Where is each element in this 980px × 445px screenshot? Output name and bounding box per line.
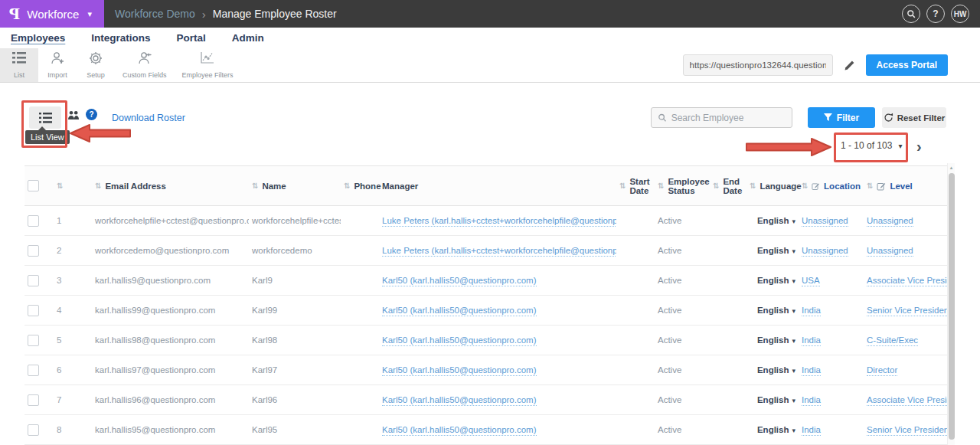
edit-url-button[interactable] bbox=[844, 60, 855, 71]
column-header-location[interactable]: Location bbox=[824, 182, 861, 191]
row-checkbox[interactable] bbox=[28, 245, 39, 257]
sort-icon[interactable]: ⇅ bbox=[252, 182, 258, 190]
next-page-button[interactable]: › bbox=[916, 139, 922, 154]
cell-email: karl.hallis99@questionpro.com bbox=[92, 296, 249, 326]
avatar[interactable]: HW bbox=[951, 5, 969, 23]
row-checkbox[interactable] bbox=[28, 394, 39, 406]
cell-level-link[interactable]: Senior Vice President/VP bbox=[867, 425, 947, 436]
breadcrumb-parent[interactable]: Workforce Demo bbox=[115, 8, 195, 20]
cell-location-link[interactable]: Unassigned bbox=[802, 216, 848, 227]
cell-manager-link[interactable]: Karl50 (karl.hallis50@questionpro.com) bbox=[382, 276, 537, 286]
cell-level-link[interactable]: Unassigned bbox=[867, 216, 913, 227]
question-mark-icon: ? bbox=[933, 8, 938, 19]
sort-icon[interactable]: ⇅ bbox=[619, 182, 626, 190]
cell-language-dropdown[interactable]: English▾ bbox=[746, 355, 799, 385]
sort-icon[interactable]: ⇅ bbox=[867, 182, 873, 190]
toolbar-item-custom-fields[interactable]: Custom Fields bbox=[115, 48, 175, 82]
column-header-phone[interactable]: Phone bbox=[354, 182, 381, 191]
cell-phone bbox=[341, 236, 379, 266]
cell-location-link[interactable]: USA bbox=[802, 276, 820, 286]
tab-employees[interactable]: Employees bbox=[11, 32, 65, 44]
sort-icon[interactable]: ⇅ bbox=[57, 182, 63, 190]
roster-help-icon[interactable]: ? bbox=[86, 109, 97, 120]
cell-location-link[interactable]: India bbox=[802, 335, 821, 346]
workforce-product-switcher[interactable]: P Workforce ▾ bbox=[0, 0, 104, 28]
column-header-language[interactable]: Language bbox=[760, 182, 801, 191]
help-button[interactable]: ? bbox=[926, 5, 945, 23]
toolbar-item-setup[interactable]: Setup bbox=[77, 48, 115, 82]
cell-location-link[interactable]: India bbox=[802, 425, 821, 436]
toolbar-item-import[interactable]: Import bbox=[38, 48, 77, 82]
portal-url-input[interactable] bbox=[683, 54, 833, 76]
column-header-manager[interactable]: Manager bbox=[382, 182, 418, 191]
cell-location-link[interactable]: India bbox=[802, 395, 821, 406]
row-checkbox[interactable] bbox=[28, 424, 39, 436]
sort-icon[interactable]: ⇅ bbox=[713, 182, 719, 190]
row-checkbox[interactable] bbox=[28, 365, 39, 376]
toolbar-item-list[interactable]: List bbox=[0, 48, 38, 82]
sort-icon[interactable]: ⇅ bbox=[344, 182, 350, 190]
cell-language-dropdown[interactable]: English▾ bbox=[746, 236, 799, 266]
cell-level-link[interactable]: Director bbox=[867, 365, 897, 376]
download-roster-link[interactable]: Download Roster bbox=[112, 113, 185, 123]
search-employee-input[interactable] bbox=[671, 113, 786, 123]
reset-filter-button[interactable]: Reset Filter bbox=[882, 107, 946, 128]
cell-location-link[interactable]: India bbox=[802, 365, 821, 376]
cell-language-dropdown[interactable]: English▾ bbox=[746, 296, 799, 326]
cell-location-link[interactable]: India bbox=[802, 306, 821, 316]
sort-icon[interactable]: ⇅ bbox=[658, 182, 664, 190]
cell-level-link[interactable]: Unassigned bbox=[867, 246, 913, 257]
cell-language-dropdown[interactable]: English▾ bbox=[746, 385, 799, 415]
cell-manager-link[interactable]: Karl50 (karl.hallis50@questionpro.com) bbox=[382, 395, 537, 406]
sort-icon[interactable]: ⇅ bbox=[95, 182, 101, 190]
pagination-range-dropdown[interactable]: 1 - 10 of 103 ▾ bbox=[841, 140, 902, 151]
cell-language-dropdown[interactable]: English▾ bbox=[746, 415, 799, 445]
toolbar-item-employee-filters[interactable]: Employee Filters bbox=[175, 48, 241, 82]
cell-level-link[interactable]: Associate Vice President bbox=[867, 395, 947, 406]
tab-admin[interactable]: Admin bbox=[232, 32, 264, 44]
scrollbar-thumb[interactable] bbox=[949, 173, 955, 440]
column-header-employee-status[interactable]: Employee Status bbox=[668, 177, 709, 195]
column-header-name[interactable]: Name bbox=[262, 182, 286, 191]
sort-icon[interactable]: ⇅ bbox=[802, 182, 808, 190]
org-view-button[interactable] bbox=[67, 110, 80, 123]
filter-button[interactable]: Filter bbox=[808, 107, 875, 128]
cell-language-dropdown[interactable]: English▾ bbox=[746, 326, 799, 355]
cell-status: Active bbox=[655, 236, 710, 266]
column-header-level[interactable]: Level bbox=[890, 182, 912, 191]
breadcrumb-separator-icon: › bbox=[202, 8, 206, 21]
cell-level-link[interactable]: Senior Vice President/VP bbox=[867, 306, 947, 316]
cell-manager-link[interactable]: Luke Peters (karl.hallis+cctest+workforc… bbox=[382, 216, 616, 227]
tab-integrations[interactable]: Integrations bbox=[91, 32, 150, 44]
column-header-email[interactable]: Email Address bbox=[105, 182, 165, 191]
global-search-button[interactable] bbox=[902, 5, 920, 23]
cell-manager-link[interactable]: Karl50 (karl.hallis50@questionpro.com) bbox=[382, 425, 537, 436]
scroll-up-icon[interactable]: ▴ bbox=[948, 163, 955, 171]
custom-fields-icon bbox=[137, 51, 152, 65]
cell-manager-link[interactable]: Karl50 (karl.hallis50@questionpro.com) bbox=[382, 306, 537, 316]
vertical-scrollbar[interactable]: ▴ bbox=[947, 163, 955, 445]
cell-manager-link[interactable]: Karl50 (karl.hallis50@questionpro.com) bbox=[382, 335, 537, 346]
sort-icon[interactable]: ⇅ bbox=[750, 182, 756, 190]
cell-name: Karl98 bbox=[249, 326, 341, 355]
cell-manager-link[interactable]: Karl50 (karl.hallis50@questionpro.com) bbox=[382, 365, 537, 376]
row-checkbox[interactable] bbox=[28, 275, 39, 286]
cell-level-link[interactable]: Associate Vice President bbox=[867, 276, 947, 286]
access-portal-button[interactable]: Access Portal bbox=[866, 54, 948, 76]
cell-phone bbox=[341, 415, 379, 445]
cell-location-link[interactable]: Unassigned bbox=[802, 246, 848, 257]
cell-manager-link[interactable]: Luke Peters (karl.hallis+cctest+workforc… bbox=[382, 246, 616, 257]
cell-language-dropdown[interactable]: English▾ bbox=[746, 206, 799, 236]
cell-level-link[interactable]: C-Suite/Exec bbox=[867, 335, 918, 346]
product-name: Workforce bbox=[27, 8, 79, 21]
cell-language-dropdown[interactable]: English▾ bbox=[746, 266, 799, 296]
row-checkbox[interactable] bbox=[28, 215, 39, 227]
tab-portal[interactable]: Portal bbox=[177, 32, 206, 44]
select-all-checkbox[interactable] bbox=[28, 180, 39, 191]
list-view-button[interactable] bbox=[29, 106, 61, 129]
column-header-end-date[interactable]: End Date bbox=[723, 177, 743, 195]
row-checkbox[interactable] bbox=[28, 305, 39, 316]
column-header-start-date[interactable]: Start Date bbox=[629, 177, 652, 195]
row-checkbox[interactable] bbox=[28, 335, 39, 346]
cell-end-date bbox=[710, 206, 746, 236]
